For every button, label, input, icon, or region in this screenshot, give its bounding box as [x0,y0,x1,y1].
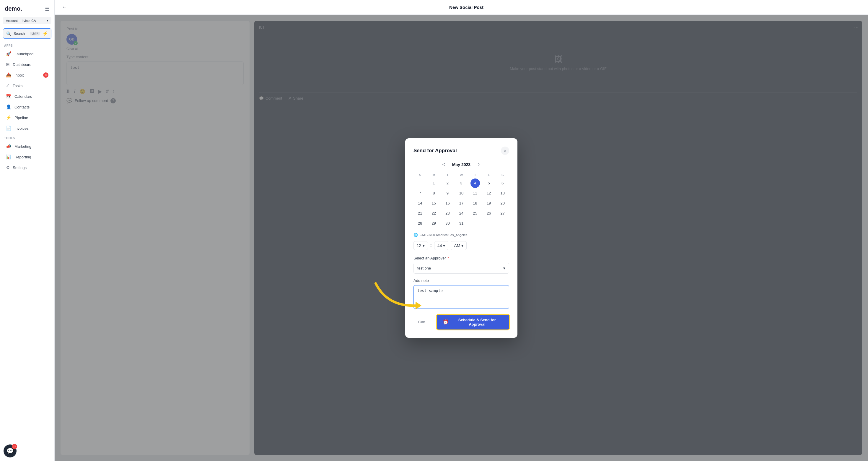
prev-month-button[interactable]: < [440,161,447,168]
minute-value: 44 [437,243,442,248]
back-button[interactable]: ← [62,4,67,10]
approver-select[interactable]: test one ▾ [413,263,509,273]
apps-section-label: Apps [0,41,54,49]
sidebar-item-settings[interactable]: ⚙ Settings [2,163,53,173]
calendar-day[interactable]: 2 [443,178,452,188]
hour-value: 12 [417,243,422,248]
calendar-day[interactable]: 7 [415,189,425,198]
sidebar-logo-area: demo. ☰ [0,0,54,15]
sidebar-item-label: Dashboard [13,62,32,67]
calendar-day[interactable]: 11 [470,189,480,198]
lightning-icon: ⚡ [42,31,48,36]
calendar-day[interactable]: 18 [470,199,480,208]
sidebar-item-calendars[interactable]: 📅 Calendars [2,91,53,102]
hour-chevron: ▾ [423,243,425,248]
search-icon: 🔍 [6,31,11,36]
sidebar-item-reporting[interactable]: 📊 Reporting [2,152,53,162]
calendar-day[interactable]: 12 [484,189,494,198]
calendar-day-header: M [427,172,441,178]
tasks-icon: ✓ [6,83,10,88]
sidebar-item-marketing[interactable]: 📣 Marketing [2,141,53,151]
chat-bubble-button[interactable]: 💬 27 [4,444,17,457]
calendar-nav: < May 2023 > [413,161,509,168]
calendar-day[interactable]: 31 [457,219,466,228]
calendar-day[interactable]: 27 [498,209,507,218]
calendar-month-year: May 2023 [452,162,470,167]
invoices-icon: 📄 [6,125,11,131]
chat-badge: 27 [12,444,17,449]
sidebar-item-tasks[interactable]: ✓ Tasks [2,81,53,91]
calendar-day[interactable]: 19 [484,199,494,208]
modal-footer: Can... ⏰ Schedule & Send for Approval [413,315,509,329]
calendar-day[interactable]: 17 [457,199,466,208]
calendar-day[interactable]: 30 [443,219,452,228]
tools-section-label: Tools [0,134,54,141]
calendar-day [415,178,425,188]
calendar-day[interactable]: 28 [415,219,425,228]
calendar-day[interactable]: 26 [484,209,494,218]
timezone-label: GMT-0700 America/Los_Angeles [420,233,467,237]
sidebar-item-label: Launchpad [14,52,33,56]
calendar-day[interactable]: 10 [457,189,466,198]
approver-label: Select an Approver * [413,256,509,260]
reporting-icon: 📊 [6,154,11,160]
calendar-day[interactable]: 15 [429,199,439,208]
hour-select[interactable]: 12 ▾ [413,241,428,250]
modal-overlay: Send for Approval × < May 2023 > SMTWTFS… [55,15,868,461]
app-logo: demo. [5,5,22,12]
cancel-button[interactable]: Can... [413,317,433,326]
sidebar-item-label: Pipeline [14,116,28,120]
sidebar-item-inbox[interactable]: 📥 Inbox 0 [2,70,53,80]
sidebar-item-label: Contacts [14,105,30,109]
chevron-down-icon: ▾ [46,19,49,23]
calendar-day[interactable]: 21 [415,209,425,218]
calendar-grid: SMTWTFS123456789101112131415161718192021… [413,172,509,228]
calendar-day[interactable]: 8 [429,189,439,198]
calendar-day-header: F [482,172,496,178]
submit-icon: ⏰ [443,319,448,325]
calendar-day[interactable]: 25 [470,209,480,218]
calendar-day[interactable]: 9 [443,189,452,198]
calendar-day[interactable]: 22 [429,209,439,218]
period-select[interactable]: AM ▾ [451,241,467,250]
sidebar-item-label: Inbox [14,73,24,78]
note-label: Add note [413,278,509,283]
calendars-icon: 📅 [6,94,11,99]
hamburger-icon[interactable]: ☰ [45,6,50,12]
calendar-day[interactable]: 13 [498,189,507,198]
timezone-row: 🌐 GMT-0700 America/Los_Angeles [413,233,509,237]
sidebar-item-dashboard[interactable]: ⊞ Dashboard [2,59,53,69]
time-picker: 12 ▾ : 44 ▾ AM ▾ [413,241,509,250]
calendar-day[interactable]: 24 [457,209,466,218]
search-label: Search [13,32,25,36]
calendar-day[interactable]: 20 [498,199,507,208]
minute-chevron: ▾ [443,243,445,248]
sidebar-item-label: Settings [13,166,27,170]
pipeline-icon: ⚡ [6,115,11,120]
sidebar-item-invoices[interactable]: 📄 Invoices [2,123,53,133]
search-bar[interactable]: 🔍 Search ctrl K ⚡ [3,28,52,39]
calendar-day[interactable]: 5 [484,178,494,188]
dashboard-icon: ⊞ [6,62,10,67]
selected-calendar-day[interactable]: 4 [470,178,480,188]
schedule-send-approval-button[interactable]: ⏰ Schedule & Send for Approval [437,315,509,329]
sidebar-item-contacts[interactable]: 👤 Contacts [2,102,53,112]
next-month-button[interactable]: > [475,161,483,168]
submit-label: Schedule & Send for Approval [451,318,503,326]
sidebar-item-launchpad[interactable]: 🚀 Launchpad [2,49,53,59]
calendar-day[interactable]: 23 [443,209,452,218]
modal-close-button[interactable]: × [501,147,509,155]
sidebar-item-pipeline[interactable]: ⚡ Pipeline [2,113,53,123]
minute-select[interactable]: 44 ▾ [434,241,448,250]
sidebar: demo. ☰ Account -- Irvine, CA ▾ 🔍 Search… [0,0,55,461]
calendar-day[interactable]: 1 [429,178,439,188]
calendar-day[interactable]: 14 [415,199,425,208]
note-input[interactable]: test sample [413,285,509,309]
calendar-day[interactable]: 16 [443,199,452,208]
approver-value: test one [417,266,431,270]
calendar-day[interactable]: 29 [429,219,439,228]
account-selector[interactable]: Account -- Irvine, CA ▾ [3,17,52,24]
calendar-day[interactable]: 6 [498,178,507,188]
calendar-day[interactable]: 3 [457,178,466,188]
topbar: ← New Social Post [55,0,868,15]
